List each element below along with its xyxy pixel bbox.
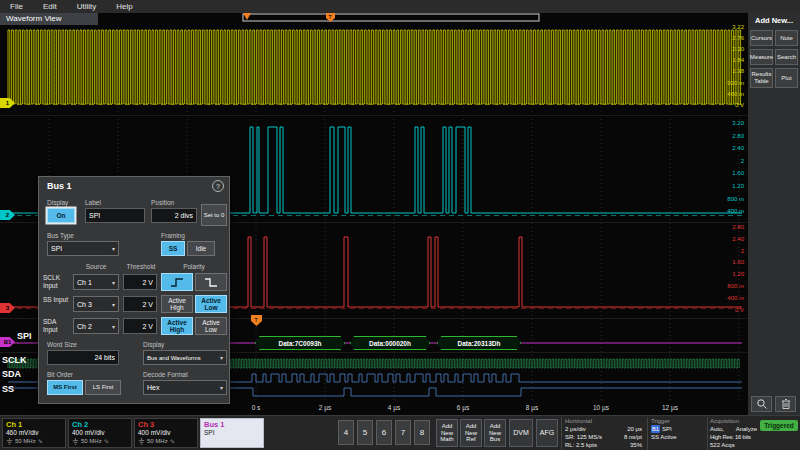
- channel-button-7[interactable]: 7: [395, 420, 411, 445]
- measure-button[interactable]: Measure: [750, 49, 773, 65]
- menu-file[interactable]: File: [10, 2, 23, 11]
- tab-waveform-view[interactable]: Waveform View: [0, 13, 98, 25]
- time-axis-label: 8 µs: [518, 404, 546, 411]
- channel-button-6[interactable]: 6: [376, 420, 392, 445]
- channel-bandwidth: 50 MHz ∿: [138, 437, 194, 445]
- magnifier-icon: [756, 398, 768, 410]
- channel-marker-ch3[interactable]: 3: [0, 303, 15, 313]
- acquisition-panel[interactable]: Acquisition Auto,Analyze High Res: 16 bi…: [707, 417, 759, 450]
- sclk-threshold-input[interactable]: [123, 274, 157, 290]
- channel-badge-ch2[interactable]: Ch 2 400 mV/div 50 MHz ∿: [68, 418, 132, 448]
- afg-button[interactable]: AFG: [536, 419, 558, 447]
- bandwidth-value: 50 MHz: [147, 437, 168, 445]
- ss-source-select[interactable]: Ch 3 ▾: [73, 296, 119, 312]
- horizontal-position: 35%: [630, 441, 642, 449]
- chevron-down-icon: ▾: [112, 323, 115, 330]
- bus-frame: Data:7C0093h: [255, 336, 345, 350]
- trigger-panel[interactable]: Trigger B1 SPI SS Active: [647, 417, 705, 450]
- add-new-panel: Add New... Cursors Note Measure Search R…: [748, 13, 800, 415]
- help-icon[interactable]: ?: [212, 180, 224, 192]
- vertical-scale-label: 920 m: [718, 80, 744, 86]
- sclk-source-value: Ch 1: [77, 279, 92, 286]
- add-new-math-button[interactable]: Add New Math: [436, 419, 458, 447]
- channel-marker-ch2[interactable]: 2: [0, 210, 15, 220]
- trigger-detail: SS Active: [651, 433, 677, 441]
- set-to-zero-button[interactable]: Set to 0: [201, 204, 227, 226]
- vertical-scale-label: 800 m: [718, 196, 744, 202]
- vertical-scale-label: 2.30: [718, 46, 744, 52]
- channel-bandwidth: 50 MHz ∿: [6, 437, 62, 445]
- word-size-input[interactable]: [47, 350, 119, 365]
- bus-type-value: SPI: [51, 245, 62, 252]
- ss-active-low-button[interactable]: Active Low: [195, 295, 227, 313]
- ss-active-high-button[interactable]: Active High: [161, 295, 193, 313]
- zoom-button[interactable]: [751, 396, 772, 412]
- channel-marker-ch1[interactable]: 1: [0, 98, 15, 108]
- acq-analyze: Analyze: [736, 425, 757, 433]
- acq-count: 522 Acqs: [710, 441, 735, 449]
- framing-ss-button[interactable]: SS: [161, 241, 185, 256]
- vertical-scale-label: 3.22: [718, 24, 744, 30]
- sda-source-value: Ch 2: [77, 323, 92, 330]
- display-on-button[interactable]: On: [47, 208, 75, 223]
- channel-button-5[interactable]: 5: [357, 420, 373, 445]
- vertical-scale-label: 400 m: [718, 295, 744, 301]
- position-input[interactable]: [151, 208, 197, 223]
- channel-name: Ch 1: [6, 420, 62, 429]
- results-table-button[interactable]: Results Table: [750, 68, 773, 88]
- search-button[interactable]: Search: [775, 49, 798, 65]
- vertical-scale-label: 1.20: [718, 183, 744, 189]
- bus-type-label: Bus Type: [47, 232, 74, 239]
- source-column-header: Source: [73, 263, 119, 270]
- channel-button-8[interactable]: 8: [414, 420, 430, 445]
- menu-help[interactable]: Help: [116, 2, 132, 11]
- vertical-scale-label: 0 V: [718, 102, 744, 108]
- bus-label-input[interactable]: [85, 208, 145, 223]
- vertical-scale-label: 1.60: [718, 259, 744, 265]
- channel-badge-ch1[interactable]: Ch 1 460 mV/div 50 MHz ∿: [2, 418, 66, 448]
- sda-active-high-button[interactable]: Active High: [161, 317, 193, 335]
- bus-type: SPI: [204, 429, 260, 437]
- sclk-source-select[interactable]: Ch 1 ▾: [73, 274, 119, 290]
- sclk-input-label: SCLK Input: [43, 274, 71, 290]
- bus-badge-bus1[interactable]: Bus 1 SPI: [200, 418, 264, 448]
- ss-threshold-input[interactable]: [123, 296, 157, 312]
- sda-source-select[interactable]: Ch 2 ▾: [73, 318, 119, 334]
- horizontal-panel[interactable]: Horizontal 2 µs/div20 µs SR: 125 MS/s8 n…: [561, 417, 645, 450]
- decode-format-label: Decode Format: [143, 371, 188, 378]
- vertical-scale-label: 2: [718, 158, 744, 164]
- channel-marker-bus1[interactable]: B1: [0, 337, 15, 347]
- add-new-bus-button[interactable]: Add New Bus: [484, 419, 506, 447]
- vertical-scale-label: 1.20: [718, 271, 744, 277]
- framing-idle-button[interactable]: Idle: [187, 241, 215, 256]
- bit-order-ms-first-button[interactable]: MS First: [47, 380, 83, 395]
- trigger-source-badge: B1: [651, 425, 660, 433]
- ss-source-value: Ch 3: [77, 301, 92, 308]
- plot-button[interactable]: Plot: [775, 68, 798, 88]
- menu-utility[interactable]: Utility: [77, 2, 97, 11]
- menu-edit[interactable]: Edit: [43, 2, 57, 11]
- vertical-scale-label: 2.76: [718, 35, 744, 41]
- channel-scale: 460 mV/div: [6, 429, 62, 437]
- sclk-falling-edge-button[interactable]: [195, 273, 227, 291]
- add-new-ref-button[interactable]: Add New Ref: [460, 419, 482, 447]
- cursors-button[interactable]: Cursors: [750, 30, 773, 46]
- vertical-scale-label: 460 m: [718, 91, 744, 97]
- label-label: Label: [85, 199, 101, 206]
- bus-type-select[interactable]: SPI ▾: [47, 241, 119, 256]
- display-mode-select[interactable]: Bus and Waveforms ▾: [143, 350, 227, 365]
- position-label: Position: [151, 199, 174, 206]
- vertical-scale-label: 1.84: [718, 57, 744, 63]
- decode-format-select[interactable]: Hex ▾: [143, 380, 227, 395]
- sda-threshold-input[interactable]: [123, 318, 157, 334]
- sda-active-low-button[interactable]: Active Low: [195, 317, 227, 335]
- dvm-button[interactable]: DVM: [509, 419, 533, 447]
- channel-button-4[interactable]: 4: [338, 420, 354, 445]
- channel-badge-ch3[interactable]: Ch 3 400 mV/div 50 MHz ∿: [134, 418, 198, 448]
- delete-button[interactable]: [775, 396, 796, 412]
- note-button[interactable]: Note: [775, 30, 798, 46]
- sclk-rising-edge-button[interactable]: [161, 273, 193, 291]
- vertical-scale-label: 0 V: [718, 307, 744, 313]
- bit-order-ls-first-button[interactable]: LS First: [85, 380, 121, 395]
- time-axis-label: 12 µs: [656, 404, 684, 411]
